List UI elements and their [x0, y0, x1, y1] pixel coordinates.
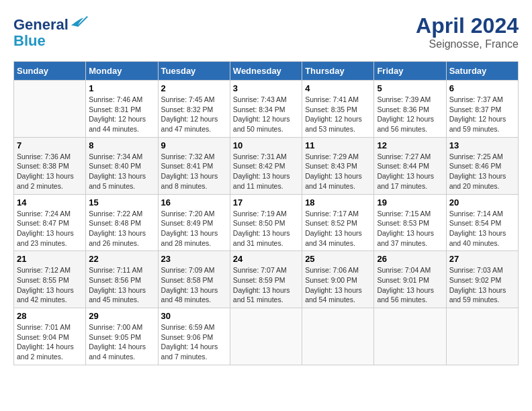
page-header: General Blue April 2024 Seignosse, Franc… [13, 13, 519, 50]
day-number: 11 [305, 140, 371, 150]
calendar-cell: 30Sunrise: 6:59 AMSunset: 9:06 PMDayligh… [158, 308, 230, 365]
day-info: Sunrise: 7:43 AMSunset: 8:34 PMDaylight:… [233, 95, 299, 134]
calendar-cell: 7Sunrise: 7:36 AMSunset: 8:38 PMDaylight… [14, 137, 86, 194]
calendar-cell: 9Sunrise: 7:32 AMSunset: 8:41 PMDaylight… [158, 137, 230, 194]
day-number: 27 [449, 254, 515, 264]
day-number: 16 [161, 197, 227, 208]
calendar-body: 1Sunrise: 7:46 AMSunset: 8:31 PMDaylight… [14, 81, 519, 365]
calendar-cell: 8Sunrise: 7:34 AMSunset: 8:40 PMDaylight… [86, 137, 158, 194]
calendar-cell: 14Sunrise: 7:24 AMSunset: 8:47 PMDayligh… [14, 194, 86, 251]
calendar-cell: 26Sunrise: 7:04 AMSunset: 9:01 PMDayligh… [374, 251, 446, 308]
day-number: 24 [233, 254, 299, 264]
day-info: Sunrise: 7:03 AMSunset: 9:02 PMDaylight:… [449, 265, 515, 305]
day-info: Sunrise: 7:17 AMSunset: 8:52 PMDaylight:… [305, 209, 371, 248]
day-header-friday: Friday [374, 62, 446, 81]
calendar-cell: 2Sunrise: 7:45 AMSunset: 8:32 PMDaylight… [158, 81, 230, 138]
calendar-cell: 17Sunrise: 7:19 AMSunset: 8:50 PMDayligh… [230, 194, 302, 251]
day-info: Sunrise: 7:07 AMSunset: 8:59 PMDaylight:… [233, 265, 299, 305]
logo-text: General [13, 13, 89, 33]
month-year-title: April 2024 [416, 13, 519, 38]
calendar-cell: 1Sunrise: 7:46 AMSunset: 8:31 PMDaylight… [86, 81, 158, 138]
calendar-cell: 16Sunrise: 7:20 AMSunset: 8:49 PMDayligh… [158, 194, 230, 251]
calendar-cell: 6Sunrise: 7:37 AMSunset: 8:37 PMDaylight… [446, 81, 518, 138]
calendar-cell: 5Sunrise: 7:39 AMSunset: 8:36 PMDaylight… [374, 81, 446, 138]
day-number: 28 [17, 311, 83, 321]
day-info: Sunrise: 7:37 AMSunset: 8:37 PMDaylight:… [449, 95, 515, 134]
day-info: Sunrise: 7:36 AMSunset: 8:38 PMDaylight:… [17, 152, 83, 191]
day-info: Sunrise: 7:41 AMSunset: 8:35 PMDaylight:… [305, 95, 371, 134]
day-number: 4 [305, 83, 371, 93]
day-number: 30 [161, 311, 227, 321]
calendar-cell: 19Sunrise: 7:15 AMSunset: 8:53 PMDayligh… [374, 194, 446, 251]
calendar-cell: 24Sunrise: 7:07 AMSunset: 8:59 PMDayligh… [230, 251, 302, 308]
day-info: Sunrise: 7:46 AMSunset: 8:31 PMDaylight:… [89, 95, 154, 134]
logo: General Blue [13, 13, 89, 49]
day-number: 1 [89, 83, 154, 93]
day-info: Sunrise: 7:22 AMSunset: 8:48 PMDaylight:… [89, 209, 154, 248]
day-header-monday: Monday [86, 62, 158, 81]
day-header-saturday: Saturday [446, 62, 518, 81]
location-subtitle: Seignosse, France [416, 38, 519, 50]
calendar-week-row: 7Sunrise: 7:36 AMSunset: 8:38 PMDaylight… [14, 137, 519, 194]
day-info: Sunrise: 7:09 AMSunset: 8:58 PMDaylight:… [161, 265, 227, 305]
calendar-table: SundayMondayTuesdayWednesdayThursdayFrid… [13, 61, 519, 365]
day-number: 15 [89, 197, 154, 208]
calendar-cell: 3Sunrise: 7:43 AMSunset: 8:34 PMDaylight… [230, 81, 302, 138]
calendar-cell: 11Sunrise: 7:29 AMSunset: 8:43 PMDayligh… [302, 137, 374, 194]
calendar-cell [446, 308, 518, 365]
calendar-cell: 28Sunrise: 7:01 AMSunset: 9:04 PMDayligh… [14, 308, 86, 365]
day-info: Sunrise: 7:06 AMSunset: 9:00 PMDaylight:… [305, 265, 371, 305]
logo-blue-text: Blue [13, 33, 89, 49]
calendar-cell: 27Sunrise: 7:03 AMSunset: 9:02 PMDayligh… [446, 251, 518, 308]
day-info: Sunrise: 7:27 AMSunset: 8:44 PMDaylight:… [377, 152, 443, 191]
day-info: Sunrise: 7:14 AMSunset: 8:54 PMDaylight:… [449, 209, 515, 248]
calendar-week-row: 28Sunrise: 7:01 AMSunset: 9:04 PMDayligh… [14, 308, 519, 365]
calendar-cell: 23Sunrise: 7:09 AMSunset: 8:58 PMDayligh… [158, 251, 230, 308]
day-number: 5 [377, 83, 443, 93]
day-number: 23 [161, 254, 227, 264]
calendar-cell: 29Sunrise: 7:00 AMSunset: 9:05 PMDayligh… [86, 308, 158, 365]
day-info: Sunrise: 7:15 AMSunset: 8:53 PMDaylight:… [377, 209, 443, 248]
calendar-header: SundayMondayTuesdayWednesdayThursdayFrid… [14, 62, 519, 81]
calendar-cell: 20Sunrise: 7:14 AMSunset: 8:54 PMDayligh… [446, 194, 518, 251]
day-header-thursday: Thursday [302, 62, 374, 81]
calendar-cell [230, 308, 302, 365]
day-info: Sunrise: 7:20 AMSunset: 8:49 PMDaylight:… [161, 209, 227, 248]
calendar-cell [14, 81, 86, 138]
day-info: Sunrise: 7:25 AMSunset: 8:46 PMDaylight:… [449, 152, 515, 191]
calendar-cell: 25Sunrise: 7:06 AMSunset: 9:00 PMDayligh… [302, 251, 374, 308]
day-info: Sunrise: 7:04 AMSunset: 9:01 PMDaylight:… [377, 265, 443, 305]
day-info: Sunrise: 7:24 AMSunset: 8:47 PMDaylight:… [17, 209, 83, 248]
day-number: 25 [305, 254, 371, 264]
days-header-row: SundayMondayTuesdayWednesdayThursdayFrid… [14, 62, 519, 81]
day-number: 19 [377, 197, 443, 208]
day-number: 7 [17, 140, 83, 150]
day-info: Sunrise: 7:34 AMSunset: 8:40 PMDaylight:… [89, 152, 154, 191]
calendar-cell [374, 308, 446, 365]
day-number: 17 [233, 197, 299, 208]
day-number: 8 [89, 140, 154, 150]
day-number: 3 [233, 83, 299, 93]
calendar-cell: 13Sunrise: 7:25 AMSunset: 8:46 PMDayligh… [446, 137, 518, 194]
day-number: 12 [377, 140, 443, 150]
day-info: Sunrise: 7:45 AMSunset: 8:32 PMDaylight:… [161, 95, 227, 134]
day-number: 21 [17, 254, 83, 264]
day-number: 6 [449, 83, 515, 93]
day-number: 26 [377, 254, 443, 264]
day-info: Sunrise: 7:32 AMSunset: 8:41 PMDaylight:… [161, 152, 227, 191]
title-block: April 2024 Seignosse, France [416, 13, 519, 50]
calendar-cell: 18Sunrise: 7:17 AMSunset: 8:52 PMDayligh… [302, 194, 374, 251]
calendar-week-row: 1Sunrise: 7:46 AMSunset: 8:31 PMDaylight… [14, 81, 519, 138]
day-header-sunday: Sunday [14, 62, 86, 81]
day-header-tuesday: Tuesday [158, 62, 230, 81]
day-number: 9 [161, 140, 227, 150]
day-info: Sunrise: 7:39 AMSunset: 8:36 PMDaylight:… [377, 95, 443, 134]
calendar-cell: 12Sunrise: 7:27 AMSunset: 8:44 PMDayligh… [374, 137, 446, 194]
calendar-cell: 22Sunrise: 7:11 AMSunset: 8:56 PMDayligh… [86, 251, 158, 308]
calendar-cell: 21Sunrise: 7:12 AMSunset: 8:55 PMDayligh… [14, 251, 86, 308]
calendar-week-row: 21Sunrise: 7:12 AMSunset: 8:55 PMDayligh… [14, 251, 519, 308]
day-number: 22 [89, 254, 154, 264]
calendar-week-row: 14Sunrise: 7:24 AMSunset: 8:47 PMDayligh… [14, 194, 519, 251]
day-info: Sunrise: 7:12 AMSunset: 8:55 PMDaylight:… [17, 265, 83, 305]
day-header-wednesday: Wednesday [230, 62, 302, 81]
